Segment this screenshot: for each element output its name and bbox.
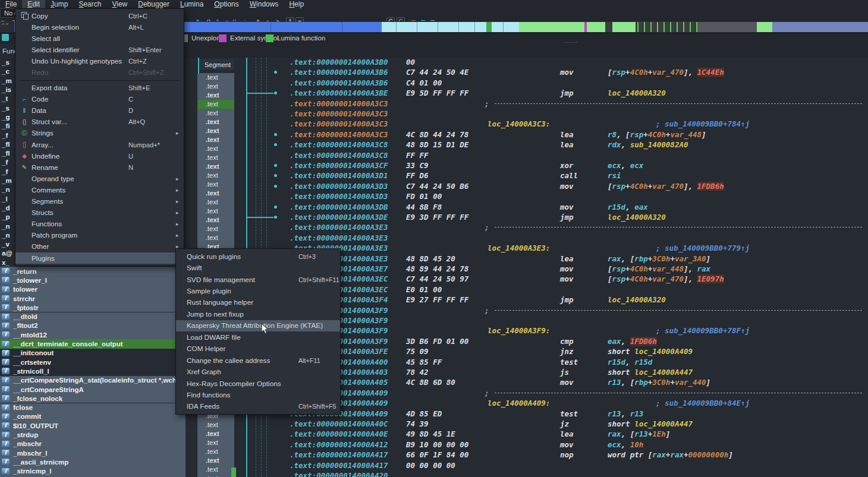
function-list-item[interactable]: f_fclose_nolock: [0, 394, 185, 403]
operand-text[interactable]: , [: [621, 429, 635, 438]
operand-text[interactable]: ,: [625, 358, 634, 367]
function-list-item[interactable]: fstrrchr: [0, 294, 185, 303]
function-list-item[interactable]: f__mtold12: [0, 330, 185, 339]
disasm-line[interactable]: .text:000000014000A3BEE9 5D FF FF FFjmpl…: [185, 88, 868, 98]
operand-text[interactable]: ],: [684, 182, 697, 191]
register[interactable]: rdx: [608, 140, 621, 149]
submenu-item-com-helper[interactable]: COM Helper: [176, 343, 340, 355]
code-ref[interactable]: loc_14000A447: [634, 368, 693, 377]
code-ref[interactable]: loc_14000A320: [608, 295, 666, 304]
code-ref[interactable]: loc_14000A447: [634, 419, 693, 428]
operand-text[interactable]: 3C0h: [652, 254, 670, 263]
register[interactable]: rsi: [608, 171, 621, 180]
register[interactable]: r8: [608, 130, 617, 139]
menubar-item-view[interactable]: View: [106, 0, 133, 8]
immediate-highlight[interactable]: 1E097h: [697, 274, 724, 283]
disasm-line[interactable]: .text:000000014000A412B9 10 00 00 00move…: [185, 440, 868, 450]
operand-text[interactable]: 3C0h: [652, 378, 670, 387]
menu-item-copy[interactable]: CopyCtrl+C: [15, 10, 184, 21]
register[interactable]: rsp: [612, 274, 626, 283]
menu-item-operand-type[interactable]: Operand type▸: [15, 173, 184, 184]
operand-text[interactable]: +: [670, 254, 675, 263]
submenu-item-find-functions[interactable]: Find functions: [176, 389, 340, 400]
operand-text[interactable]: word ptr [: [608, 450, 652, 459]
disasm-line[interactable]: .text:000000014000A3C848 8D 15 D1 DElear…: [185, 140, 868, 150]
disasm-line[interactable]: .text:000000014000A40E49 8D 45 1Elearax,…: [185, 429, 868, 439]
disasm-line[interactable]: .text:000000014000A3B000: [185, 58, 868, 67]
operand-text[interactable]: ],: [684, 274, 697, 283]
submenu-item-quick-run-plugins[interactable]: Quick run pluginsCtrl+3: [176, 251, 340, 262]
function-list-item[interactable]: f__dcrt_terminate_console_output: [0, 339, 185, 348]
operand-text[interactable]: [: [608, 182, 612, 191]
operand-text[interactable]: +: [625, 274, 630, 283]
disasm-line[interactable]: .text:000000014000A3E3;: [185, 222, 868, 232]
operand-text[interactable]: ,: [621, 409, 630, 418]
register[interactable]: rax: [697, 264, 711, 273]
register[interactable]: rax: [652, 450, 666, 459]
immediate-highlight[interactable]: 1FDB6h: [630, 337, 657, 346]
register[interactable]: rbp: [634, 254, 648, 263]
menu-item-export-data[interactable]: Export dataShift+E: [15, 83, 184, 94]
submenu-item-load-dwarf-file[interactable]: Load DWARF file: [176, 331, 340, 343]
function-list-item[interactable]: f$I10_OUTPUT: [0, 421, 185, 430]
menubar-item-lumina[interactable]: Lumina: [175, 0, 209, 8]
register[interactable]: ecx: [630, 161, 644, 170]
menubar-item-options[interactable]: Options: [209, 0, 244, 8]
menu-item-undo-un-highlight-genotypes[interactable]: Undo Un-highlight genotypesCtrl+Z: [15, 55, 184, 67]
function-list-item[interactable]: f__initconout: [0, 349, 185, 358]
operand-text[interactable]: 1Eh: [652, 429, 666, 438]
operand-text[interactable]: +: [625, 182, 630, 191]
disasm-line[interactable]: .text:000000014000A3DEE9 3D FF FF FFjmpl…: [185, 212, 868, 222]
submenu-item-hex-rays-decompiler-options[interactable]: Hex-Rays Decompiler Options: [176, 378, 340, 389]
operand-text[interactable]: ]: [706, 254, 711, 263]
operand-text[interactable]: ,: [621, 161, 630, 170]
operand-text[interactable]: var_448: [670, 130, 702, 139]
operand-text[interactable]: [: [608, 274, 612, 283]
register[interactable]: rax: [608, 254, 621, 263]
function-list-item[interactable]: f__dtold: [0, 312, 185, 321]
operand-text[interactable]: short: [608, 419, 634, 428]
operand-text[interactable]: var_3A0: [675, 254, 706, 263]
operand-text[interactable]: , [: [621, 378, 635, 387]
operand-text[interactable]: , [: [621, 254, 635, 263]
operand-text[interactable]: ,: [625, 203, 634, 211]
operand-text[interactable]: 4C0h: [630, 182, 648, 191]
operand-text[interactable]: +: [625, 68, 630, 77]
disasm-line[interactable]: .text:000000014000A3B6C4 01 00: [185, 78, 868, 88]
operand-text[interactable]: , [: [617, 130, 630, 139]
menubar-item-jump[interactable]: Jump: [45, 0, 73, 8]
disasm-line[interactable]: .text:000000014000A41700 00 00 00: [185, 460, 868, 470]
operand-text[interactable]: var_448: [652, 264, 684, 273]
function-list-item[interactable]: ffclose: [0, 403, 185, 412]
menu-item-select-all[interactable]: Select all: [15, 33, 184, 44]
disasm-line[interactable]: .text:000000014000A3DB44 8B F8movr15d, e…: [185, 202, 868, 212]
operand-text[interactable]: ],: [684, 264, 697, 273]
submenu-item-xref-graph[interactable]: Xref Graph: [176, 366, 340, 377]
menubar-item-file[interactable]: File: [0, 0, 22, 8]
function-list-item[interactable]: f__crtsetenv: [0, 358, 185, 367]
submenu-item-jump-to-next-fixup[interactable]: Jump to next fixup: [176, 308, 340, 320]
register[interactable]: r15d: [608, 203, 625, 211]
disasm-line[interactable]: .text:000000014000A420: [185, 470, 868, 477]
register[interactable]: rbp: [634, 378, 648, 387]
function-list-item[interactable]: f_tolower_l: [0, 276, 185, 285]
operand-text[interactable]: var_440: [675, 378, 706, 387]
menubar-item-search[interactable]: Search: [73, 0, 106, 8]
function-list-item[interactable]: f_strnicmp_l: [0, 467, 185, 476]
operand-text[interactable]: ],: [684, 68, 697, 77]
code-ref[interactable]: loc_14000A409: [634, 347, 693, 356]
operand-text[interactable]: +: [643, 130, 648, 139]
submenu-item-kaspersky-threat-attribution-engine-ktae-[interactable]: Kaspersky Threat Attribution Engine (KTA…: [176, 320, 340, 331]
submenu-item-swift[interactable]: Swift: [176, 262, 340, 273]
operand-text[interactable]: 10h: [630, 440, 644, 449]
function-list-item[interactable]: ftolower: [0, 285, 185, 294]
disasm-line[interactable]: .text:000000014000A40C74 39jzshort loc_1…: [185, 419, 868, 429]
operand-text[interactable]: ]: [666, 429, 671, 438]
disasm-line[interactable]: .text:000000014000A3D3FD 01 00: [185, 191, 868, 201]
operand-text[interactable]: 4C0h: [630, 264, 648, 273]
operand-text[interactable]: +: [670, 378, 675, 387]
disasm-line[interactable]: .text:000000014000A41766 0F 1F 84 00nopw…: [185, 450, 868, 460]
operand-text[interactable]: 4C0h: [630, 68, 648, 77]
register[interactable]: r13: [608, 378, 621, 387]
function-list-item[interactable]: f_mbschr_l: [0, 448, 185, 457]
